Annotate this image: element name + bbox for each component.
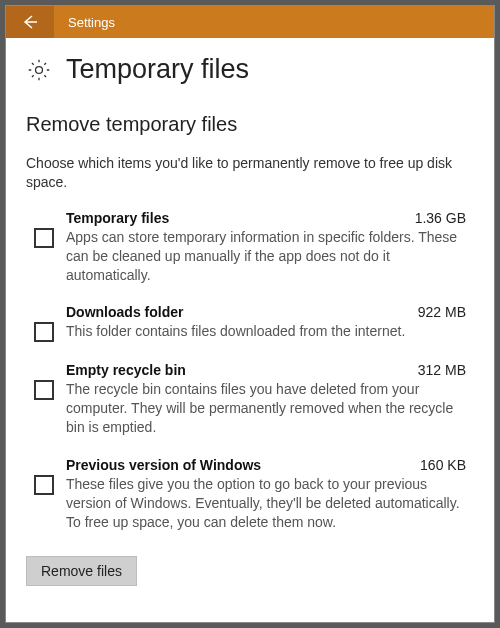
section-description: Choose which items you'd like to permane… <box>26 154 474 192</box>
checkbox-empty-recycle-bin[interactable] <box>34 380 54 400</box>
titlebar-title: Settings <box>68 15 115 30</box>
item-description: This folder contains files downloaded fr… <box>66 322 466 341</box>
svg-point-0 <box>36 66 43 73</box>
item-description: These files give you the option to go ba… <box>66 475 466 532</box>
item-title: Downloads folder <box>66 304 183 320</box>
list-item: Empty recycle bin 312 MB The recycle bin… <box>26 362 474 437</box>
item-size: 312 MB <box>418 362 466 378</box>
item-body: Empty recycle bin 312 MB The recycle bin… <box>66 362 466 437</box>
arrow-left-icon <box>20 12 40 32</box>
list-item: Previous version of Windows 160 KB These… <box>26 457 474 532</box>
item-description: The recycle bin contains files you have … <box>66 380 466 437</box>
checkbox-temporary-files[interactable] <box>34 228 54 248</box>
item-size: 160 KB <box>420 457 466 473</box>
item-body: Downloads folder 922 MB This folder cont… <box>66 304 466 341</box>
page-header: Temporary files <box>26 54 474 85</box>
item-title: Temporary files <box>66 210 169 226</box>
item-title: Empty recycle bin <box>66 362 186 378</box>
item-description: Apps can store temporary information in … <box>66 228 466 285</box>
page-title: Temporary files <box>66 54 249 85</box>
item-title: Previous version of Windows <box>66 457 261 473</box>
item-size: 922 MB <box>418 304 466 320</box>
item-header: Empty recycle bin 312 MB <box>66 362 466 378</box>
section-title: Remove temporary files <box>26 113 474 136</box>
checkbox-previous-windows[interactable] <box>34 475 54 495</box>
item-body: Previous version of Windows 160 KB These… <box>66 457 466 532</box>
settings-window: Settings Temporary files Remove temporar… <box>5 5 495 623</box>
item-header: Downloads folder 922 MB <box>66 304 466 320</box>
gear-icon <box>26 57 52 83</box>
item-header: Temporary files 1.36 GB <box>66 210 466 226</box>
content-area: Temporary files Remove temporary files C… <box>6 38 494 622</box>
list-item: Temporary files 1.36 GB Apps can store t… <box>26 210 474 285</box>
item-size: 1.36 GB <box>415 210 466 226</box>
remove-files-button[interactable]: Remove files <box>26 556 137 586</box>
item-header: Previous version of Windows 160 KB <box>66 457 466 473</box>
back-button[interactable] <box>6 6 54 38</box>
list-item: Downloads folder 922 MB This folder cont… <box>26 304 474 342</box>
checkbox-downloads-folder[interactable] <box>34 322 54 342</box>
titlebar: Settings <box>6 6 494 38</box>
item-body: Temporary files 1.36 GB Apps can store t… <box>66 210 466 285</box>
